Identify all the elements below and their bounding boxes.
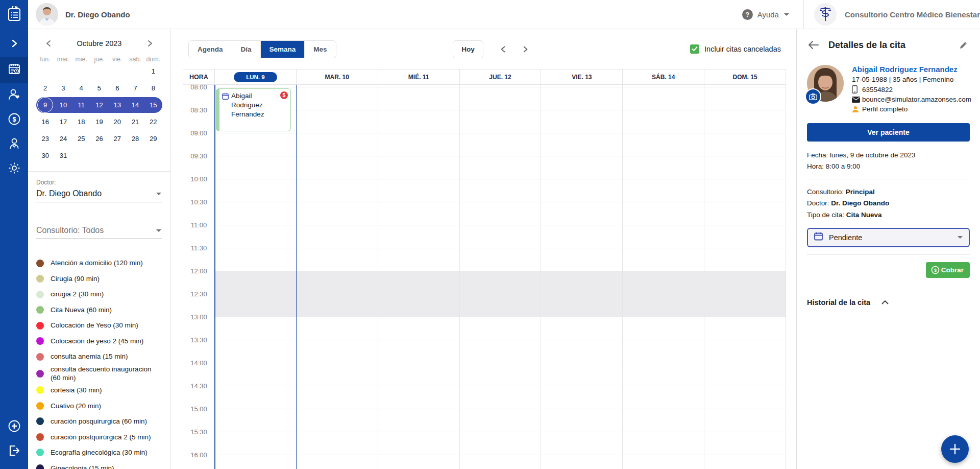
mini-calendar-day[interactable]: 29 xyxy=(144,130,162,147)
mini-calendar-day[interactable]: 3 xyxy=(54,80,72,97)
status-dropdown[interactable]: Pendiente xyxy=(807,228,970,247)
edit-pencil-icon[interactable] xyxy=(957,38,970,52)
tab-semana[interactable]: Semana xyxy=(261,41,305,58)
day-header-1[interactable]: LUN. 9 xyxy=(214,69,296,84)
history-section-header[interactable]: Historial de la cita xyxy=(807,298,970,307)
tab-día[interactable]: Día xyxy=(232,41,261,58)
legend-item[interactable]: Ginecologia (15 min) xyxy=(36,460,162,469)
mini-calendar-day[interactable]: 11 xyxy=(72,97,90,113)
mini-calendar-day[interactable]: 13 xyxy=(108,97,126,113)
charge-button[interactable]: $ Cobrar xyxy=(926,262,970,278)
legend-item[interactable]: Colocación de Yeso (30 min) xyxy=(36,318,162,334)
legend-item[interactable]: curación postquirúrgica 2 (5 min) xyxy=(36,429,162,445)
legend-item[interactable]: cortesia (30 min) xyxy=(36,383,162,398)
mini-calendar-day[interactable]: 10 xyxy=(54,97,72,113)
prev-week-icon[interactable] xyxy=(497,42,510,56)
mini-calendar-day[interactable]: 7 xyxy=(126,80,144,97)
mini-calendar-day[interactable]: 30 xyxy=(36,147,54,164)
legend-item[interactable]: Colocación de yeso 2 (45 min) xyxy=(36,334,162,349)
day-header-7[interactable]: DOM. 15 xyxy=(704,69,786,84)
legend-item[interactable]: Ecografía ginecológica (30 min) xyxy=(36,445,162,461)
rail-item-support[interactable] xyxy=(0,415,28,439)
mini-calendar-day[interactable]: 17 xyxy=(54,113,72,130)
mini-calendar-day[interactable]: 20 xyxy=(108,113,126,130)
rail-item-settings[interactable] xyxy=(0,157,28,181)
mini-calendar-next-icon[interactable] xyxy=(144,37,156,50)
mini-calendar-day[interactable]: 24 xyxy=(54,130,72,147)
legend-label: cortesia (30 min) xyxy=(51,386,102,395)
email-icon xyxy=(852,97,862,103)
mini-calendar-title: Octubre 2023 xyxy=(77,39,122,48)
mini-calendar-day[interactable]: 19 xyxy=(90,113,108,130)
mini-calendar-day[interactable]: 26 xyxy=(90,130,108,147)
mini-calendar-day[interactable]: 28 xyxy=(126,130,144,147)
day-header-5[interactable]: VIE. 13 xyxy=(541,69,622,84)
rail-item-doctors[interactable] xyxy=(0,132,28,157)
legend-item[interactable]: cirugia 2 (30 min) xyxy=(36,287,162,302)
appointment-doctor: Doctor: Dr. Diego Obando xyxy=(807,198,970,209)
legend-item[interactable]: Cita Nueva (60 min) xyxy=(36,302,162,318)
rail-item-patients[interactable] xyxy=(0,83,28,108)
mini-calendar-day[interactable]: 31 xyxy=(54,147,72,164)
consultorio-filter-caret-icon xyxy=(156,229,161,232)
day-header-2[interactable]: MAR. 10 xyxy=(296,69,378,84)
mini-calendar-day[interactable]: 8 xyxy=(144,80,162,97)
mini-calendar-day[interactable]: 9 xyxy=(36,97,54,113)
rail-item-logout[interactable] xyxy=(0,439,28,464)
tab-agenda[interactable]: Agenda xyxy=(189,41,232,58)
mini-calendar-day[interactable]: 2 xyxy=(36,80,54,97)
mini-calendar-day[interactable]: 21 xyxy=(126,113,144,130)
consultorio-filter-select[interactable]: Consultorio: Todos xyxy=(36,223,162,239)
today-button[interactable]: Hoy xyxy=(453,40,483,58)
mini-calendar-day[interactable]: 18 xyxy=(72,113,90,130)
clinic-selector[interactable]: Consultorio Centro Médico Bienestar xyxy=(814,3,980,26)
legend-color-dot xyxy=(36,260,44,267)
mini-calendar-day[interactable]: 6 xyxy=(108,80,126,97)
legend-item[interactable]: Cirugia (90 min) xyxy=(36,271,162,287)
help-icon[interactable]: ? xyxy=(742,9,753,20)
mini-calendar-day[interactable]: 12 xyxy=(90,97,108,113)
appointment-date: Fecha: lunes, 9 de octubre de 2023 xyxy=(807,150,970,161)
tab-mes[interactable]: Mes xyxy=(305,41,335,58)
legend-item[interactable]: Cuativo (20 min) xyxy=(36,398,162,414)
mini-calendar-day[interactable]: 1 xyxy=(144,63,162,80)
mini-calendar-dow-label: lun. xyxy=(36,56,54,63)
mini-calendar-day[interactable]: 14 xyxy=(126,97,144,113)
legend-color-dot xyxy=(36,386,44,394)
help-label[interactable]: Ayuda xyxy=(757,10,779,19)
mini-calendar-empty-cell xyxy=(90,147,108,164)
mini-calendar-day[interactable]: 4 xyxy=(72,80,90,97)
day-header-3[interactable]: MIÉ. 11 xyxy=(378,69,459,84)
mini-calendar-day[interactable]: 25 xyxy=(72,130,90,147)
left-panel-divider xyxy=(28,171,170,172)
doctor-filter-select[interactable]: Dr. Diego Obando xyxy=(36,186,162,202)
legend-item[interactable]: consulta anemia (15 min) xyxy=(36,349,162,365)
mini-calendar-day[interactable]: 27 xyxy=(108,130,126,147)
help-caret-icon[interactable] xyxy=(784,13,789,16)
rail-item-billing[interactable]: $ xyxy=(0,108,28,132)
mini-calendar-day[interactable]: 23 xyxy=(36,130,54,147)
view-patient-button[interactable]: Ver paciente xyxy=(807,123,970,142)
mini-calendar-prev-icon[interactable] xyxy=(42,37,55,50)
legend-item[interactable]: curación posquirurgica (60 min) xyxy=(36,414,162,430)
app-logo[interactable] xyxy=(0,0,28,29)
legend-item[interactable]: consulta descuento inauguracion (60 min) xyxy=(36,365,162,383)
user-avatar[interactable] xyxy=(36,3,58,26)
week-grid-body[interactable]: 08:0008:3009:0009:3010:0010:3011:0011:30… xyxy=(183,85,786,469)
day-header-6[interactable]: SÁB. 14 xyxy=(622,69,704,84)
mini-calendar-day[interactable]: 15 xyxy=(144,97,162,113)
appointment-card[interactable]: Abigail Rodriguez Fernandez$ xyxy=(216,88,291,131)
add-appointment-fab[interactable] xyxy=(941,435,969,463)
next-week-icon[interactable] xyxy=(519,42,532,56)
mini-calendar-day[interactable]: 22 xyxy=(144,113,162,130)
rail-item-agenda[interactable] xyxy=(0,57,28,83)
patient-name-link[interactable]: Abigail Rodriguez Fernandez xyxy=(852,65,971,74)
day-header-4[interactable]: JUE. 12 xyxy=(459,69,541,84)
include-cancelled-checkbox[interactable] xyxy=(690,44,699,54)
mini-calendar-day[interactable]: 16 xyxy=(36,113,54,130)
rail-expand-button[interactable] xyxy=(0,32,28,57)
back-arrow-icon[interactable] xyxy=(807,38,820,52)
camera-icon[interactable] xyxy=(805,88,821,105)
legend-item[interactable]: Atención a domicilio (120 min) xyxy=(36,255,162,271)
mini-calendar-day[interactable]: 5 xyxy=(90,80,108,97)
